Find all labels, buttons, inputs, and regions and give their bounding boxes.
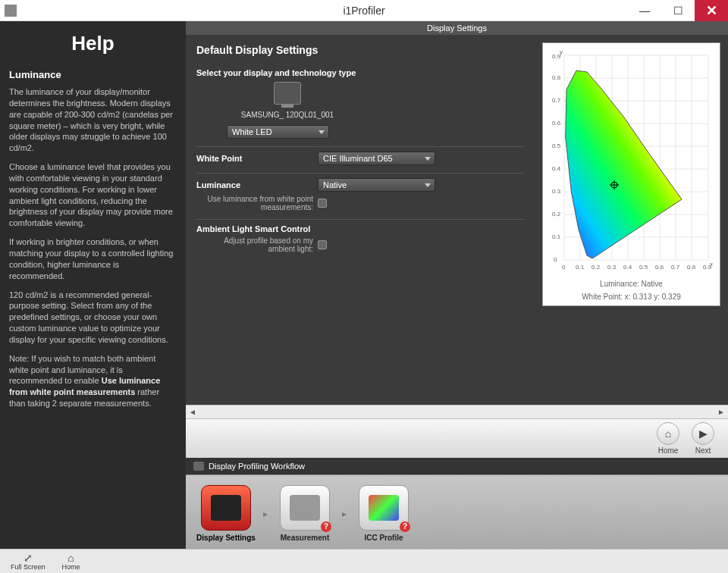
luminance-from-wp-checkbox[interactable] — [318, 199, 327, 208]
svg-text:0.2: 0.2 — [592, 264, 601, 271]
luminance-label: Luminance — [196, 180, 318, 189]
chromaticity-card: 00.10.20.30.40.50.60.70.80.9 00.10.20.30… — [542, 42, 720, 306]
svg-text:x: x — [710, 261, 713, 268]
help-panel: Help Luminance The luminance of your dis… — [0, 21, 186, 549]
home-button[interactable]: ⌂ Home — [657, 422, 679, 455]
help-paragraph: Choose a luminance level that provides y… — [9, 161, 177, 229]
home-icon: ⌂ — [665, 427, 671, 440]
content-area: Display Settings Default Display Setting… — [186, 21, 728, 549]
svg-text:0.8: 0.8 — [687, 264, 696, 271]
workflow-header: Display Profiling Workflow — [186, 458, 728, 474]
svg-text:0.4: 0.4 — [552, 165, 561, 172]
luminance-from-wp-label: Use luminance from white point measureme… — [196, 195, 318, 211]
workflow-title: Display Profiling Workflow — [209, 462, 305, 471]
home-icon: ⌂ — [67, 553, 74, 563]
svg-text:0.1: 0.1 — [576, 264, 585, 271]
help-badge-icon: ? — [400, 521, 410, 532]
window-controls: — ☐ ✕ — [628, 0, 728, 21]
gamut-panel: 00.10.20.30.40.50.60.70.80.9 00.10.20.30… — [535, 35, 728, 405]
ambient-adjust-label: Adjust profile based on my ambient light… — [196, 236, 318, 253]
select-display-label: Select your display and technology type — [196, 68, 524, 77]
svg-text:0.2: 0.2 — [552, 211, 561, 218]
workflow-step-display-settings[interactable]: Display Settings — [195, 485, 257, 542]
fullscreen-button[interactable]: ⤢ Full Screen — [11, 553, 46, 571]
whitepoint-dropdown[interactable]: CIE Illuminant D65 — [318, 152, 435, 165]
svg-text:0.7: 0.7 — [671, 264, 680, 271]
chromaticity-diagram: 00.10.20.30.40.50.60.70.80.9 00.10.20.30… — [544, 48, 719, 275]
app-title: i1Profiler — [0, 5, 728, 17]
svg-text:0.3: 0.3 — [552, 188, 561, 195]
workflow-step-measurement[interactable]: ? Measurement — [274, 485, 336, 542]
help-badge-icon: ? — [321, 521, 331, 532]
svg-text:0.5: 0.5 — [639, 264, 648, 271]
display-name: SAMSUNG_ 120QL01_001 — [241, 111, 334, 119]
chevron-right-icon: ▸ — [342, 509, 347, 519]
whitepoint-label: White Point — [196, 154, 318, 163]
svg-text:0.1: 0.1 — [552, 233, 561, 240]
help-section-heading: Luminance — [9, 69, 177, 80]
ambient-label: Ambient Light Smart Control — [196, 224, 363, 233]
svg-text:y: y — [560, 49, 563, 55]
help-title: Help — [9, 32, 177, 55]
help-paragraph: The luminance of your display/monitor de… — [9, 86, 177, 154]
svg-text:0.6: 0.6 — [552, 120, 561, 127]
svg-text:0.6: 0.6 — [655, 264, 664, 271]
scroll-left-icon[interactable]: ◄ — [187, 407, 198, 418]
svg-text:0.7: 0.7 — [552, 97, 561, 104]
ambient-adjust-checkbox[interactable] — [318, 240, 327, 249]
chevron-right-icon: ▸ — [263, 509, 268, 519]
gamut-luminance-caption: Luminance: Native — [600, 280, 663, 288]
svg-text:0.8: 0.8 — [552, 74, 561, 81]
display-device[interactable]: SAMSUNG_ 120QL01_001 — [227, 82, 348, 119]
svg-text:0: 0 — [562, 264, 566, 271]
scroll-right-icon[interactable]: ► — [716, 407, 726, 418]
help-paragraph: 120 cd/m2 is a recommended general-purpo… — [9, 290, 177, 346]
svg-text:0.4: 0.4 — [623, 264, 632, 271]
svg-text:0.5: 0.5 — [552, 142, 561, 149]
workflow-body: Display Settings ▸ ? Measurement ▸ ? ICC… — [186, 474, 728, 549]
close-button[interactable]: ✕ — [695, 0, 728, 21]
nav-row: ⌂ Home ▶ Next — [186, 418, 728, 458]
workflow-step-icc-profile[interactable]: ? ICC Profile — [353, 485, 415, 542]
svg-text:0.3: 0.3 — [607, 264, 617, 271]
minimize-button[interactable]: — — [628, 0, 661, 21]
settings-pane: Default Display Settings Select your dis… — [186, 35, 535, 405]
luminance-dropdown[interactable]: Native — [318, 178, 435, 192]
gamut-whitepoint-caption: White Point: x: 0.313 y: 0.329 — [582, 293, 681, 301]
bottom-bar: ⤢ Full Screen ⌂ Home — [0, 549, 728, 573]
maximize-button[interactable]: ☐ — [661, 0, 695, 21]
content-header: Display Settings — [186, 21, 728, 35]
fullscreen-icon: ⤢ — [24, 553, 33, 563]
next-button[interactable]: ▶ Next — [692, 422, 714, 455]
help-paragraph: If working in brighter conditions, or wh… — [9, 236, 177, 281]
monitor-icon — [193, 462, 204, 471]
horizontal-scrollbar[interactable]: ◄ ► — [186, 405, 728, 418]
play-icon: ▶ — [699, 427, 708, 440]
svg-text:0: 0 — [554, 256, 557, 263]
title-bar: i1Profiler — ☐ ✕ — [0, 0, 728, 21]
backlight-dropdown[interactable]: White LED — [227, 125, 329, 139]
settings-heading: Default Display Settings — [196, 44, 524, 56]
help-paragraph: Note: If you wish to match both ambient … — [9, 353, 177, 409]
home-button[interactable]: ⌂ Home — [62, 553, 80, 571]
monitor-icon — [274, 82, 301, 105]
